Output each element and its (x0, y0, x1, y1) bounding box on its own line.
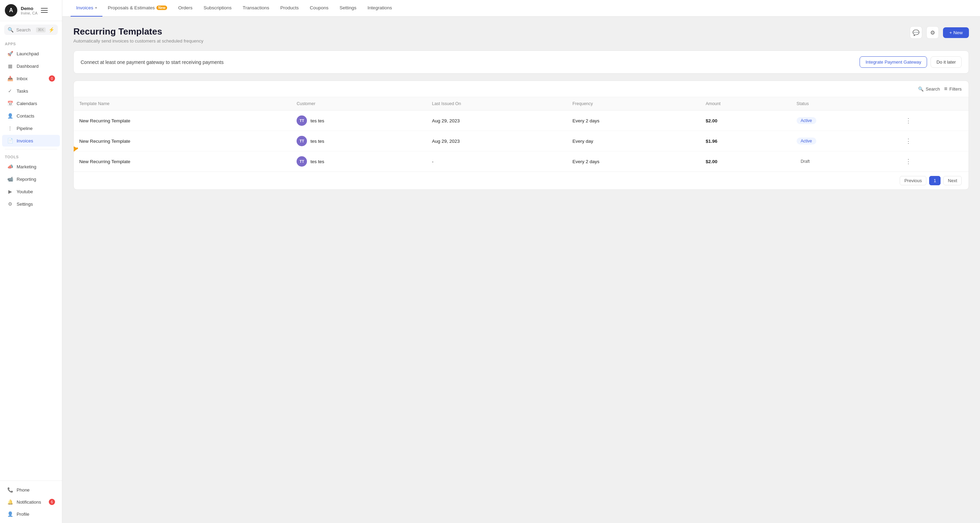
sidebar-item-label: Marketing (17, 164, 37, 170)
cell-customer: TT tes tes (291, 111, 426, 131)
calendars-icon: 📅 (7, 100, 13, 106)
sidebar-item-marketing[interactable]: 📣 Marketing (2, 161, 60, 173)
new-button[interactable]: + New (943, 27, 969, 38)
table-row[interactable]: New Recurring Template TT tes tes - Ever… (74, 151, 969, 172)
cell-customer: TT tes tes (291, 151, 426, 172)
next-button[interactable]: Next (943, 176, 962, 185)
col-actions (898, 97, 969, 111)
tab-orders[interactable]: Orders (173, 0, 198, 17)
table-row[interactable]: New Recurring Template TT tes tes Aug 29… (74, 131, 969, 151)
sidebar-item-settings[interactable]: ⚙ Settings (2, 198, 60, 210)
sidebar-item-label: Inbox (17, 76, 28, 81)
customer-avatar: TT (297, 116, 307, 126)
sidebar-item-youtube[interactable]: ▶ Youtube (2, 185, 60, 197)
more-options-button[interactable]: ⋮ (904, 117, 913, 124)
cell-template-name: New Recurring Template (74, 131, 291, 151)
avatar: A (5, 4, 17, 17)
search-button-table[interactable]: 🔍 Search (918, 86, 940, 92)
tab-integrations[interactable]: Integrations (362, 0, 398, 17)
col-status: Status (791, 97, 898, 111)
integrate-payment-button[interactable]: Integrate Payment Gateway (859, 56, 927, 68)
settings-button[interactable]: ⚙ (926, 26, 939, 39)
tab-proposals[interactable]: Proposals & Estimates New (102, 0, 173, 17)
page-title-block: Recurring Templates Automatically send i… (73, 26, 204, 44)
sidebar-item-inbox[interactable]: 📥 Inbox 0 (2, 73, 60, 84)
page-title: Recurring Templates (73, 26, 204, 37)
customer-avatar: TT (297, 136, 307, 146)
status-badge: Active (797, 138, 816, 144)
tab-products[interactable]: Products (275, 0, 304, 17)
search-button[interactable]: 🔍 Search ⌘K ⚡ (4, 25, 58, 35)
launchpad-icon: 🚀 (7, 51, 13, 57)
sidebar-item-label: Invoices (17, 138, 33, 143)
sidebar: A Demo Irvine, CA 🔍 Search ⌘K ⚡ Apps 🚀 L… (0, 0, 62, 523)
main-area: Invoices ▾ Proposals & Estimates New Ord… (62, 0, 980, 523)
payment-banner-actions: Integrate Payment Gateway Do it later (859, 56, 962, 68)
sidebar-item-phone[interactable]: 📞 Phone (2, 484, 60, 496)
sidebar-item-invoices[interactable]: 📄 Invoices (2, 135, 60, 147)
sidebar-item-notifications[interactable]: 🔔 Notifications 6 (2, 496, 60, 508)
sidebar-item-pipeline[interactable]: ⋮ Pipeline (2, 122, 60, 134)
cell-amount: $2.00 (700, 111, 791, 131)
more-options-button[interactable]: ⋮ (904, 158, 913, 165)
comment-button[interactable]: 💬 (910, 26, 922, 39)
sidebar-item-label: Dashboard (17, 63, 39, 69)
proposals-new-badge: New (156, 6, 167, 10)
page-1-button[interactable]: 1 (929, 176, 940, 185)
notifications-badge: 6 (49, 499, 55, 505)
cell-status: Active (791, 131, 898, 151)
sidebar-item-dashboard[interactable]: ▦ Dashboard (2, 60, 60, 72)
header-actions: 💬 ⚙ + New (910, 26, 969, 39)
sidebar-item-label: Youtube (17, 189, 33, 194)
user-info: Demo Irvine, CA (21, 6, 37, 15)
tasks-icon: ✓ (7, 88, 13, 94)
table-card: 🔍 Search ≡ Filters Template Name Custome… (73, 81, 969, 190)
page-subtitle: Automatically send invoices to customers… (73, 38, 204, 44)
transactions-tab-label: Transactions (243, 5, 269, 10)
sidebar-item-contacts[interactable]: 👤 Contacts (2, 110, 60, 122)
table-row[interactable]: New Recurring Template TT tes tes Aug 29… (74, 111, 969, 131)
col-customer: Customer (291, 97, 426, 111)
filter-button[interactable]: ≡ Filters (944, 86, 962, 92)
status-badge: Draft (797, 158, 814, 165)
do-it-later-button[interactable]: Do it later (931, 56, 962, 68)
cell-more: ⋮ (898, 151, 969, 172)
col-last-issued: Last Issued On (426, 97, 567, 111)
sidebar-item-label: Profile (17, 512, 29, 517)
tab-transactions[interactable]: Transactions (237, 0, 275, 17)
contacts-icon: 👤 (7, 113, 13, 119)
proposals-tab-label: Proposals & Estimates (108, 5, 155, 10)
sidebar-item-tasks[interactable]: ✓ Tasks (2, 85, 60, 97)
sidebar-item-calendars[interactable]: 📅 Calendars (2, 97, 60, 109)
tab-coupons[interactable]: Coupons (304, 0, 334, 17)
cell-status: Draft (791, 151, 898, 172)
sidebar-item-label: Reporting (17, 177, 36, 182)
apps-section-label: Apps (0, 38, 62, 48)
sidebar-item-launchpad[interactable]: 🚀 Launchpad (2, 48, 60, 59)
sidebar-item-label: Settings (17, 201, 33, 207)
menu-toggle[interactable] (41, 7, 48, 14)
gear-icon: ⚙ (930, 29, 935, 36)
customer-avatar: TT (297, 156, 307, 166)
dashboard-icon: ▦ (7, 63, 13, 69)
sidebar-item-label: Calendars (17, 101, 37, 106)
comment-icon: 💬 (913, 29, 920, 36)
cell-frequency: Every day (567, 131, 700, 151)
tab-invoices[interactable]: Invoices ▾ (71, 0, 102, 17)
previous-button[interactable]: Previous (900, 176, 926, 185)
new-button-label: + New (949, 30, 963, 35)
search-label: Search (16, 27, 33, 32)
notifications-icon: 🔔 (7, 499, 13, 505)
cell-last-issued: Aug 29, 2023 (426, 131, 567, 151)
tab-subscriptions[interactable]: Subscriptions (198, 0, 237, 17)
tab-settings[interactable]: Settings (334, 0, 362, 17)
search-shortcut: ⌘K (36, 27, 46, 32)
profile-icon: 👤 (7, 511, 13, 517)
sidebar-item-reporting[interactable]: 📹 Reporting (2, 173, 60, 185)
sidebar-item-profile[interactable]: 👤 Profile (2, 508, 60, 520)
more-options-button[interactable]: ⋮ (904, 137, 913, 145)
cell-template-name: New Recurring Template (74, 111, 291, 131)
col-template-name: Template Name (74, 97, 291, 111)
cell-amount: $1.96 (700, 131, 791, 151)
sidebar-item-label: Phone (17, 487, 30, 493)
